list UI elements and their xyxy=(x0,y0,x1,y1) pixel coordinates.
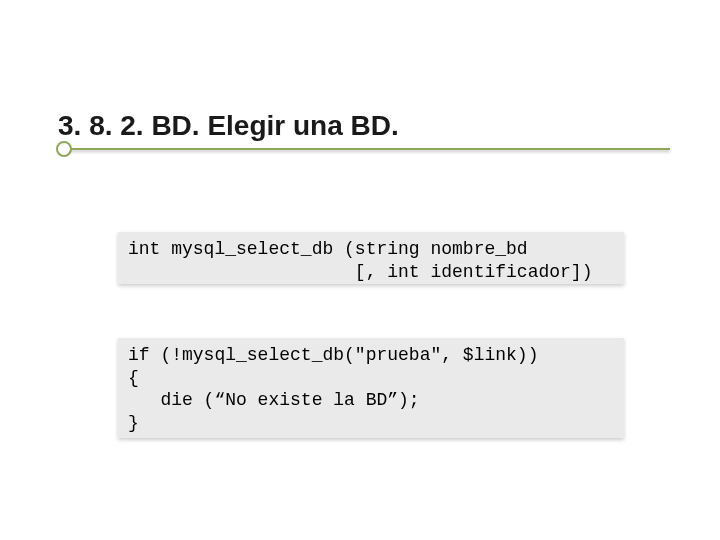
bullet-icon xyxy=(56,141,72,157)
code-line: [, int identificador]) xyxy=(128,262,592,282)
title-underline xyxy=(58,148,670,150)
title-row: 3. 8. 2. BD. Elegir una BD. xyxy=(58,110,680,150)
code-line: int mysql_select_db (string nombre_bd xyxy=(128,239,528,259)
slide-title: 3. 8. 2. BD. Elegir una BD. xyxy=(58,110,680,142)
code-line: { xyxy=(128,368,139,388)
code-block-signature: int mysql_select_db (string nombre_bd [,… xyxy=(118,232,624,284)
code-line: if (!mysql_select_db("prueba", $link)) xyxy=(128,345,538,365)
code-line: die (“No existe la BD”); xyxy=(128,390,420,410)
code-line: } xyxy=(128,413,139,433)
code-block-example: if (!mysql_select_db("prueba", $link)) {… xyxy=(118,338,624,438)
slide: 3. 8. 2. BD. Elegir una BD. int mysql_se… xyxy=(0,0,720,540)
